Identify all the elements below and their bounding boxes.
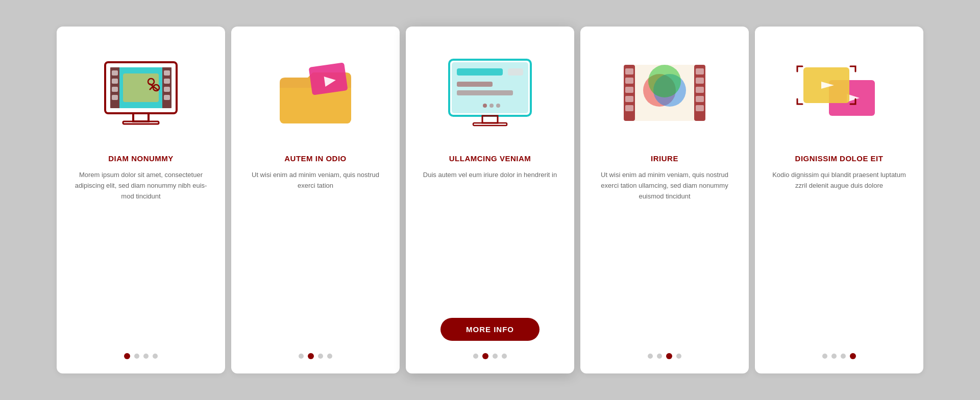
svg-rect-12 (164, 87, 170, 92)
svg-rect-28 (457, 90, 513, 95)
svg-rect-43 (696, 105, 704, 111)
svg-point-31 (496, 104, 500, 108)
svg-rect-27 (457, 82, 493, 87)
card-4-icon-area (593, 42, 737, 144)
card-3-text: Duis autem vel eum iriure dolor in hendr… (423, 170, 557, 307)
svg-rect-41 (696, 87, 704, 93)
card-3-title: ULLAMCING VENIAM (449, 154, 531, 163)
dot (502, 354, 507, 359)
dot (327, 354, 332, 359)
card-4: IRIURE Ut wisi enim ad minim veniam, qui… (580, 27, 749, 373)
dot (831, 354, 837, 359)
svg-rect-42 (696, 96, 704, 102)
svg-rect-26 (508, 68, 523, 76)
card-1-dots (124, 353, 158, 359)
svg-rect-5 (112, 70, 118, 76)
svg-point-29 (483, 104, 487, 108)
film-color-icon (616, 52, 713, 134)
card-3-icon-area (418, 42, 562, 144)
card-3: ULLAMCING VENIAM Duis autem vel eum iriu… (406, 27, 574, 373)
svg-rect-40 (696, 78, 704, 84)
dot (841, 354, 846, 359)
dot-active (850, 353, 856, 359)
card-2-text: Ut wisi enim ad minim veniam, quis nostr… (243, 170, 387, 341)
card-4-dots (648, 353, 681, 359)
folder-video-icon (270, 52, 361, 134)
dot (299, 354, 304, 359)
dot (493, 354, 498, 359)
card-5-text: Kodio dignissim qui blandit praesent lup… (767, 170, 911, 341)
svg-rect-6 (112, 79, 118, 84)
dot (676, 354, 681, 359)
svg-point-47 (648, 65, 681, 97)
svg-rect-8 (112, 95, 118, 100)
svg-rect-37 (625, 105, 633, 111)
card-4-title: IRIURE (651, 154, 678, 163)
card-2-icon-area (243, 42, 387, 144)
svg-rect-39 (696, 68, 704, 74)
monitor-ui-icon (442, 52, 538, 134)
svg-rect-23 (482, 116, 498, 123)
dot (134, 354, 139, 359)
card-5-icon-area (767, 42, 911, 144)
card-1-icon-area (69, 42, 213, 144)
video-screens-icon (793, 52, 885, 134)
cards-container: DIAM NONUMMY Morem ipsum dolor sit amet,… (26, 6, 954, 394)
dot (657, 354, 662, 359)
dot (153, 354, 158, 359)
dot (648, 354, 653, 359)
card-1-text: Morem ipsum dolor sit amet, consectetuer… (69, 170, 213, 341)
svg-rect-25 (457, 68, 503, 76)
svg-rect-11 (164, 79, 170, 84)
more-info-button[interactable]: MORE INFO (440, 318, 540, 341)
svg-rect-7 (112, 87, 118, 92)
dot (143, 354, 149, 359)
svg-rect-35 (625, 87, 633, 93)
card-5-dots (822, 353, 856, 359)
dot-active (308, 353, 314, 359)
dot-active (482, 353, 488, 359)
card-2-title: AUTEM IN ODIO (284, 154, 347, 163)
card-1: DIAM NONUMMY Morem ipsum dolor sit amet,… (57, 27, 225, 373)
svg-rect-2 (123, 121, 159, 124)
dot (473, 354, 478, 359)
card-2-dots (299, 353, 332, 359)
svg-rect-10 (164, 70, 170, 76)
svg-rect-33 (625, 68, 633, 74)
card-5-title: DIGNISSIM DOLOE EIT (795, 154, 884, 163)
card-5: DIGNISSIM DOLOE EIT Kodio dignissim qui … (755, 27, 923, 373)
svg-rect-1 (133, 113, 149, 121)
svg-rect-13 (164, 95, 170, 100)
card-4-text: Ut wisi enim ad minim veniam, quis nostr… (593, 170, 737, 341)
dot-active (124, 353, 130, 359)
dot (822, 354, 827, 359)
dot (318, 354, 323, 359)
dot-active (666, 353, 672, 359)
svg-rect-34 (625, 78, 633, 84)
svg-rect-24 (473, 123, 507, 126)
video-editor-icon (95, 52, 187, 134)
card-1-title: DIAM NONUMMY (108, 154, 174, 163)
card-3-dots (473, 353, 507, 359)
svg-rect-36 (625, 96, 633, 102)
svg-point-30 (489, 104, 494, 108)
card-2: AUTEM IN ODIO Ut wisi enim ad minim veni… (231, 27, 400, 373)
